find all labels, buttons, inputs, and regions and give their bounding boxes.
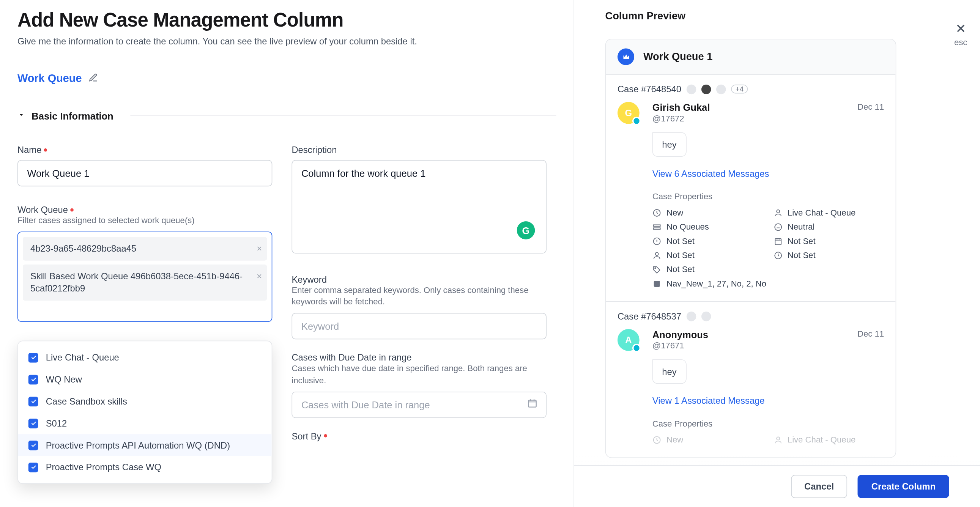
- prop-status: New: [652, 208, 763, 218]
- prop-sentiment: Neutral: [773, 222, 884, 232]
- svg-point-8: [655, 252, 659, 255]
- dropdown-option-label: Case Sandbox skills: [46, 396, 127, 407]
- chip-remove-icon[interactable]: ×: [256, 243, 262, 255]
- checkbox-checked-icon: [29, 440, 38, 450]
- associated-messages-link[interactable]: View 6 Associated Messages: [652, 168, 884, 179]
- checkbox-checked-icon: [29, 375, 38, 385]
- svg-point-10: [655, 267, 656, 268]
- dropdown-option[interactable]: Live Chat - Queue: [18, 346, 272, 369]
- work-queue-label: Work Queue: [18, 205, 272, 215]
- user-avatar: A: [617, 329, 640, 351]
- edit-icon[interactable]: [88, 73, 98, 84]
- case-date: Dec 11: [858, 102, 884, 112]
- contact-handle: @17672: [652, 113, 710, 123]
- avatar-icon: [702, 311, 711, 321]
- checkbox-checked-icon: [29, 353, 38, 362]
- keyword-input[interactable]: [291, 313, 547, 340]
- checkbox-checked-icon: [29, 462, 38, 472]
- svg-point-13: [776, 437, 779, 440]
- dropdown-option-label: WQ New: [46, 374, 82, 385]
- calendar-icon[interactable]: [527, 398, 538, 411]
- work-queue-dropdown: Live Chat - Queue WQ New Case Sandbox sk…: [18, 341, 272, 484]
- work-queue-chip: 4b23-9a65-48629bc8aa45 ×: [23, 237, 267, 261]
- close-icon: [954, 22, 967, 38]
- work-queue-link[interactable]: Work Queue: [18, 72, 82, 85]
- contact-handle: @17671: [652, 341, 708, 351]
- prop-item: Not Set: [652, 236, 763, 246]
- avatar-icon: [702, 84, 711, 94]
- name-input[interactable]: [18, 160, 272, 187]
- dropdown-option[interactable]: Proactive Prompts Case WQ: [18, 456, 272, 478]
- case-number: Case #7648540: [617, 84, 681, 94]
- dropdown-option[interactable]: WQ New: [18, 369, 272, 391]
- work-queue-multiselect[interactable]: 4b23-9a65-48629bc8aa45 × Skill Based Wor…: [18, 232, 272, 322]
- svg-rect-7: [775, 238, 781, 245]
- svg-rect-11: [654, 280, 660, 286]
- svg-point-5: [774, 224, 781, 230]
- description-textarea[interactable]: Column for the work queue 1: [291, 160, 547, 254]
- column-icon: [617, 49, 634, 65]
- prop-channel: Live Chat - Queue: [773, 435, 884, 445]
- message-bubble: hey: [652, 359, 686, 384]
- page-title: Add New Case Management Column: [18, 9, 557, 31]
- dropdown-option-label: Live Chat - Queue: [46, 352, 119, 362]
- column-name: Work Queue 1: [643, 51, 713, 63]
- keyword-label: Keyword: [291, 274, 547, 284]
- close-button[interactable]: esc: [954, 22, 967, 47]
- checkbox-checked-icon: [29, 397, 38, 407]
- chip-remove-icon[interactable]: ×: [256, 270, 262, 282]
- case-card[interactable]: Case #7648540 +4 G Girish Gukal: [606, 75, 896, 302]
- avatar-overflow-count: +4: [731, 84, 748, 94]
- required-dot: [71, 208, 74, 211]
- avatar-icon: [687, 311, 697, 321]
- divider: [130, 115, 557, 116]
- required-dot: [324, 434, 327, 438]
- due-date-input[interactable]: [291, 391, 547, 418]
- dropdown-option[interactable]: S012: [18, 412, 272, 434]
- case-tags: Nav_New_1, 27, No, 2, No: [652, 278, 884, 288]
- work-queue-help: Filter cases assigned to selected work q…: [18, 215, 272, 227]
- status-dot-icon: [632, 117, 641, 125]
- prop-item: Not Set: [652, 251, 763, 260]
- keyword-help: Enter comma separated keywords. Only cas…: [291, 284, 547, 308]
- prop-item: Not Set: [773, 251, 884, 260]
- prop-queues: No Queues: [652, 222, 763, 232]
- svg-rect-3: [654, 225, 660, 226]
- dropdown-option-label: S012: [46, 418, 67, 428]
- avatar-icon: [687, 84, 697, 94]
- prop-item: Not Set: [773, 236, 884, 246]
- footer-bar: Cancel Create Column: [574, 465, 980, 507]
- create-column-button[interactable]: Create Column: [858, 475, 949, 498]
- associated-messages-link[interactable]: View 1 Associated Message: [652, 396, 884, 406]
- chevron-down-icon: [18, 110, 25, 121]
- due-date-label: Cases with Due Date in range: [291, 353, 547, 363]
- cancel-button[interactable]: Cancel: [791, 475, 847, 498]
- case-number: Case #7648537: [617, 311, 681, 321]
- dropdown-option[interactable]: Proactive Prompts API Automation WQ (DND…: [18, 434, 272, 456]
- message-bubble: hey: [652, 132, 686, 157]
- dropdown-option-label: Proactive Prompts Case WQ: [46, 462, 161, 472]
- status-dot-icon: [632, 344, 641, 352]
- sort-by-label: Sort By: [291, 431, 547, 441]
- column-preview: Work Queue 1 Case #7648540 +4 G: [605, 39, 897, 458]
- section-basic-info[interactable]: Basic Information: [18, 110, 557, 121]
- dropdown-option-label: Proactive Prompts API Automation WQ (DND…: [46, 440, 230, 450]
- grammarly-icon[interactable]: G: [517, 221, 535, 240]
- prop-channel: Live Chat - Queue: [773, 208, 884, 218]
- description-label: Description: [291, 145, 547, 155]
- svg-rect-0: [528, 401, 536, 407]
- avatar-icon: [716, 84, 726, 94]
- close-esc-label: esc: [954, 38, 967, 48]
- required-dot: [44, 148, 48, 151]
- prop-status: New: [652, 435, 763, 445]
- section-title: Basic Information: [32, 110, 113, 121]
- dropdown-option[interactable]: Case Sandbox skills: [18, 391, 272, 413]
- svg-point-2: [776, 210, 779, 213]
- page-subtitle: Give me the information to create the co…: [18, 36, 557, 46]
- contact-name: Anonymous: [652, 329, 708, 340]
- case-card[interactable]: Case #7648537 A Anonymous @17671: [606, 302, 896, 458]
- prop-item: Not Set: [652, 264, 763, 274]
- work-queue-chip: Skill Based Work Queue 496b6038-5ece-451…: [23, 264, 267, 300]
- preview-title: Column Preview: [605, 10, 962, 22]
- due-date-help: Cases which have due date in specified r…: [291, 363, 547, 386]
